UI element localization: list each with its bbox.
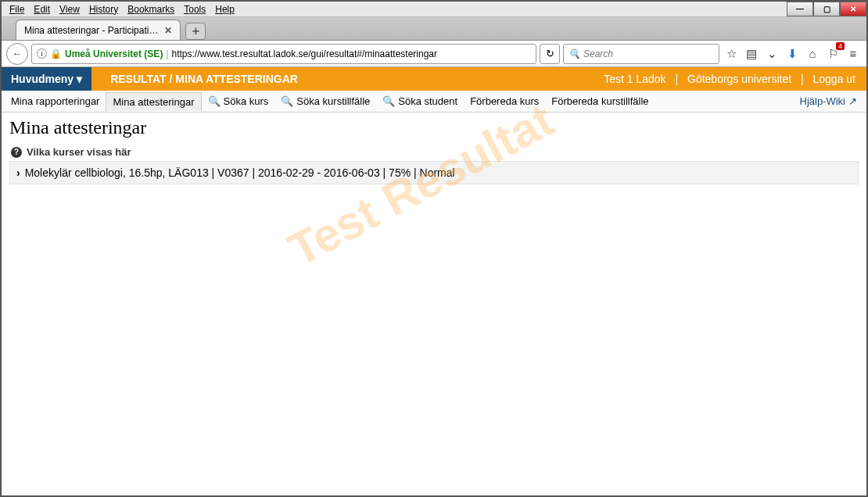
browser-toolbar: ← i 🔒 Umeå Universitet (SE) | ↻ 🔍 Search… [2, 41, 866, 67]
url-input[interactable] [172, 48, 532, 59]
browser-tab[interactable]: Mina attesteringar - Participati… ✕ [16, 20, 181, 40]
site-identity: Umeå Universitet (SE) [65, 48, 163, 59]
search-icon: 🔍 [382, 95, 395, 107]
menu-help[interactable]: Help [210, 3, 239, 16]
notifications-icon[interactable]: ⚐ [824, 45, 841, 63]
nav-mina-rapporteringar[interactable]: Mina rapporteringar [5, 92, 106, 110]
menu-file[interactable]: File [5, 3, 29, 16]
app-header: Huvudmeny ▾ RESULTAT / MINA ATTESTERINGA… [2, 67, 866, 91]
nav-soka-kurstillfalle[interactable]: 🔍Söka kurstillfälle [274, 92, 376, 110]
info-icon[interactable]: i [37, 48, 47, 59]
help-wiki-link[interactable]: Hjälp-Wiki↗ [794, 92, 864, 110]
search-placeholder: Search [583, 48, 613, 59]
pocket-icon[interactable]: ⌄ [763, 45, 780, 63]
sub-nav: Mina rapporteringar Mina attesteringar 🔍… [2, 91, 866, 113]
bookmark-star-icon[interactable]: ☆ [723, 45, 740, 63]
chevron-right-icon: › [16, 166, 20, 179]
question-icon: ? [11, 147, 22, 158]
menu-view[interactable]: View [55, 3, 84, 16]
search-icon: 🔍 [569, 48, 580, 59]
minimize-button[interactable]: — [787, 2, 813, 16]
nav-label: Söka kurs [224, 95, 269, 107]
menu-edit[interactable]: Edit [29, 3, 55, 16]
maximize-button[interactable]: ▢ [813, 2, 840, 16]
url-separator: | [166, 48, 168, 59]
tabstrip: Mina attesteringar - Participati… ✕ + [2, 17, 866, 41]
tab-close-icon[interactable]: ✕ [164, 25, 172, 36]
tab-title: Mina attesteringar - Participati… [24, 25, 158, 36]
reload-button[interactable]: ↻ [540, 44, 560, 64]
logout-link[interactable]: Logga ut [810, 73, 859, 85]
page-title: Mina attesteringar [9, 117, 859, 138]
main-menu-label: Huvudmeny [11, 73, 74, 85]
nav-mina-attesteringar[interactable]: Mina attesteringar [106, 92, 201, 112]
window-controls: — ▢ ✕ [787, 2, 866, 17]
nav-soka-student[interactable]: 🔍Söka student [376, 92, 464, 110]
new-tab-button[interactable]: + [185, 23, 206, 40]
help-line[interactable]: ? Vilka kurser visas här [9, 143, 859, 161]
back-button[interactable]: ← [6, 43, 28, 65]
menu-bookmarks[interactable]: Bookmarks [123, 3, 179, 16]
help-text: Vilka kurser visas här [27, 146, 131, 158]
nav-label: Söka kurstillfälle [296, 95, 370, 107]
org-name: Göteborgs universitet [684, 73, 794, 85]
course-text: Molekylär cellbiologi, 16.5hp, LÄG013 | … [25, 166, 455, 179]
external-link-icon: ↗ [848, 95, 857, 107]
url-bar[interactable]: i 🔒 Umeå Universitet (SE) | [31, 44, 536, 64]
menu-history[interactable]: History [84, 3, 123, 16]
sep: | [672, 73, 681, 85]
clipboard-icon[interactable]: ▤ [743, 45, 760, 63]
menubar: File Edit View History Bookmarks Tools H… [2, 2, 866, 17]
search-icon: 🔍 [281, 95, 293, 107]
close-button[interactable]: ✕ [840, 2, 866, 16]
nav-label: Söka student [398, 95, 457, 107]
home-icon[interactable]: ⌂ [804, 45, 821, 63]
page-content: Mina attesteringar ? Vilka kurser visas … [2, 113, 866, 189]
nav-label: Hjälp-Wiki [800, 95, 846, 107]
main-menu-button[interactable]: Huvudmeny ▾ [2, 67, 91, 91]
hamburger-menu-icon[interactable]: ≡ [845, 45, 862, 63]
search-bar[interactable]: 🔍 Search [563, 44, 719, 64]
chevron-down-icon: ▾ [77, 73, 82, 85]
nav-soka-kurs[interactable]: 🔍Söka kurs [202, 92, 275, 110]
lock-icon: 🔒 [50, 48, 62, 59]
header-right: Test 1 Ladok | Göteborgs universitet | L… [601, 73, 866, 85]
nav-forbereda-kurs[interactable]: Förbereda kurs [464, 92, 545, 110]
search-icon: 🔍 [208, 95, 221, 107]
menu-tools[interactable]: Tools [179, 3, 210, 16]
nav-forbereda-kurstillfalle[interactable]: Förbereda kurstillfälle [545, 92, 655, 110]
breadcrumb: RESULTAT / MINA ATTESTERINGAR [91, 73, 601, 85]
download-icon[interactable]: ⬇ [784, 45, 801, 63]
user-name: Test 1 Ladok [601, 73, 669, 85]
course-row[interactable]: › Molekylär cellbiologi, 16.5hp, LÄG013 … [9, 161, 859, 184]
sep: | [798, 73, 807, 85]
